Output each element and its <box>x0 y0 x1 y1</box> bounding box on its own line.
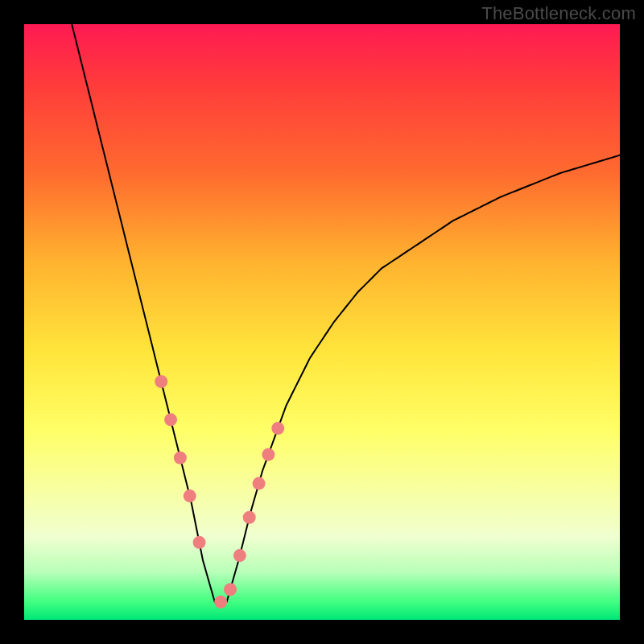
highlight-dot <box>233 549 246 562</box>
highlight-dot <box>155 375 167 388</box>
highlight-dot <box>174 452 187 464</box>
watermark-text: TheBottleneck.com <box>481 3 636 24</box>
highlight-dot <box>184 489 196 502</box>
highlight-dot <box>243 511 256 524</box>
highlight-dot <box>193 536 206 549</box>
plot-area <box>24 24 620 620</box>
bottleneck-curve <box>24 24 620 620</box>
highlight-dot <box>262 448 275 461</box>
highlight-dot <box>253 477 266 490</box>
highlight-dot <box>224 583 237 596</box>
highlight-dot <box>214 596 227 609</box>
highlight-dot <box>164 413 177 426</box>
highlight-dot <box>271 422 284 435</box>
